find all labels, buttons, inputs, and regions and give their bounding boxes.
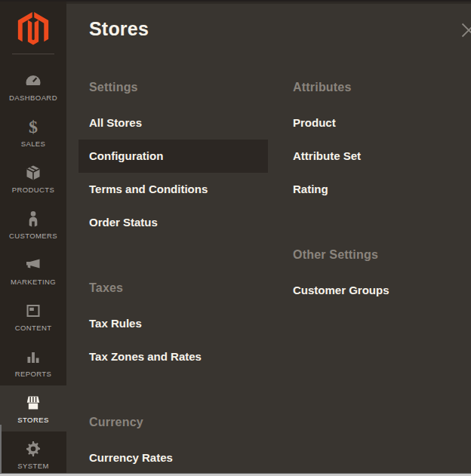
sidebar-item-label: DASHBOARD: [9, 94, 57, 102]
sidebar-item-sales[interactable]: $ SALES: [0, 109, 66, 155]
sidebar-item-label: CONTENT: [15, 324, 52, 332]
sidebar-nav: DASHBOARD $ SALES PRODUCTS: [0, 63, 66, 476]
menu-item-tax-zones-and-rates[interactable]: Tax Zones and Rates: [78, 340, 268, 373]
sidebar-item-label: MARKETING: [11, 278, 56, 286]
menu-item-order-status[interactable]: Order Status: [78, 206, 268, 239]
menu-item-customer-groups[interactable]: Customer Groups: [282, 274, 471, 307]
magento-logo-icon: [17, 11, 49, 46]
viewport-top-edge: [0, 0, 471, 2]
menu-item-attribute-set[interactable]: Attribute Set: [282, 140, 471, 173]
menu-item-configuration[interactable]: Configuration: [78, 140, 268, 173]
flyout-header: Stores: [89, 13, 471, 41]
bar-chart-icon: [24, 348, 42, 366]
sidebar-item-marketing[interactable]: MARKETING: [0, 247, 66, 293]
sidebar-item-dashboard[interactable]: DASHBOARD: [0, 63, 66, 109]
storefront-icon: [24, 394, 42, 412]
sidebar-item-products[interactable]: PRODUCTS: [0, 155, 66, 201]
menu-item-terms-and-conditions[interactable]: Terms and Conditions: [78, 173, 268, 206]
megaphone-icon: [24, 256, 42, 274]
gear-icon: [24, 440, 42, 458]
page-left-edge: [0, 425, 2, 473]
layout-icon: [24, 302, 42, 320]
sidebar-item-content[interactable]: CONTENT: [0, 293, 66, 339]
menu-item-product[interactable]: Product: [282, 106, 471, 140]
flyout-title: Stores: [89, 16, 149, 41]
magento-logo[interactable]: [0, 2, 66, 46]
menu-item-currency-rates[interactable]: Currency Rates: [78, 441, 268, 474]
person-icon: [24, 210, 42, 228]
dashboard-gauge-icon: [24, 72, 42, 90]
section-attributes: Attributes Product Attribute Set Rating: [293, 79, 471, 206]
section-taxes: Taxes Tax Rules Tax Zones and Rates: [89, 280, 268, 373]
magento-admin: DASHBOARD $ SALES PRODUCTS: [0, 0, 471, 476]
section-title: Settings: [89, 79, 268, 96]
section-title: Currency: [89, 414, 268, 431]
section-title: Taxes: [89, 280, 268, 296]
sidebar-item-label: REPORTS: [15, 370, 52, 378]
menu-item-tax-rules[interactable]: Tax Rules: [78, 307, 268, 340]
stores-flyout-menu: Stores Settings All Stores Configuration…: [66, 0, 471, 476]
sidebar-item-label: SYSTEM: [17, 462, 48, 470]
close-icon[interactable]: [460, 22, 471, 38]
section-settings: Settings All Stores Configuration Terms …: [89, 79, 268, 239]
sidebar-divider: [12, 54, 54, 54]
box-icon: [24, 164, 42, 182]
sidebar-item-label: PRODUCTS: [12, 186, 55, 194]
sidebar-item-label: STORES: [17, 416, 48, 424]
section-title: Other Settings: [293, 247, 471, 263]
sidebar-item-label: SALES: [21, 140, 46, 148]
viewport-bottom-edge: [0, 473, 471, 476]
section-title: Attributes: [293, 79, 471, 96]
sidebar-item-system[interactable]: SYSTEM: [0, 431, 66, 476]
flyout-column-1: Settings All Stores Configuration Terms …: [89, 79, 268, 474]
sidebar-item-label: CUSTOMERS: [9, 232, 57, 240]
section-currency: Currency Currency Rates: [89, 414, 268, 474]
admin-sidebar: DASHBOARD $ SALES PRODUCTS: [0, 0, 66, 476]
menu-item-all-stores[interactable]: All Stores: [78, 106, 268, 140]
sidebar-item-customers[interactable]: CUSTOMERS: [0, 201, 66, 247]
flyout-column-2: Attributes Product Attribute Set Rating …: [293, 79, 471, 474]
dollar-icon: $: [29, 118, 38, 136]
sidebar-item-stores[interactable]: STORES: [0, 385, 66, 431]
sidebar-item-reports[interactable]: REPORTS: [0, 339, 66, 385]
menu-item-rating[interactable]: Rating: [282, 173, 471, 206]
flyout-columns: Settings All Stores Configuration Terms …: [89, 79, 471, 474]
section-other-settings: Other Settings Customer Groups: [293, 247, 471, 307]
